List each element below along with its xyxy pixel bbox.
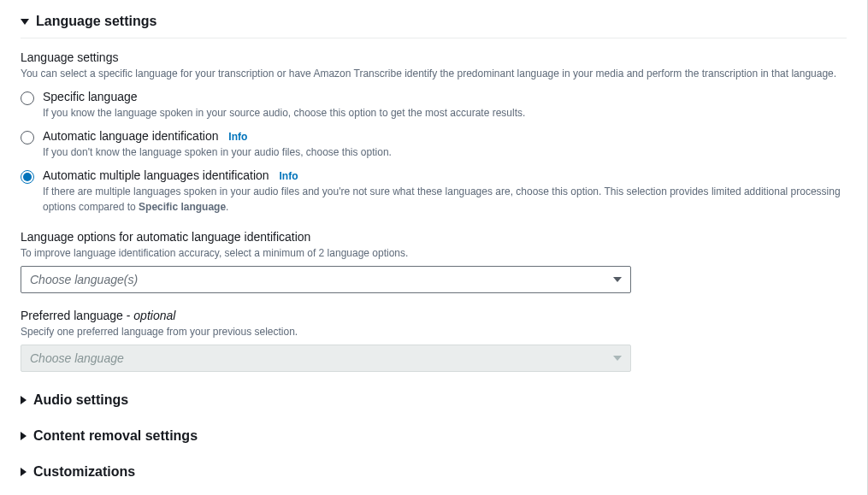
preferred-label-text: Preferred language - (21, 309, 133, 322)
language-options-select[interactable]: Choose language(s) (21, 266, 631, 293)
audio-settings-title: Audio settings (33, 392, 128, 408)
radio-icon (21, 170, 34, 184)
info-link[interactable]: Info (228, 131, 247, 143)
select-placeholder: Choose language (30, 351, 124, 365)
radio-content: Automatic language identification Info I… (43, 129, 847, 160)
radio-hint: If you don't know the language spoken in… (43, 144, 847, 160)
triangle-down-icon (21, 19, 29, 25)
preferred-language-field: Preferred language - optional Specify on… (21, 309, 847, 372)
language-options-label: Language options for automatic language … (21, 230, 847, 244)
language-settings-label: Language settings (21, 50, 847, 64)
content-removal-settings-expander[interactable]: Content removal settings (21, 423, 847, 449)
triangle-right-icon (21, 432, 27, 440)
language-mode-radio-group: Specific language If you know the langua… (21, 90, 847, 215)
radio-content: Automatic multiple languages identificat… (43, 168, 847, 215)
radio-auto-multiple-languages[interactable]: Automatic multiple languages identificat… (21, 168, 847, 215)
preferred-language-select: Choose language (21, 345, 631, 372)
radio-hint-bold: Specific language (139, 201, 226, 213)
triangle-right-icon (21, 468, 27, 476)
caret-down-icon (613, 277, 622, 282)
language-options-field: Language options for automatic language … (21, 230, 847, 293)
radio-label: Automatic multiple languages identificat… (43, 168, 269, 182)
language-options-hint: To improve language identification accur… (21, 245, 847, 261)
audio-settings-expander[interactable]: Audio settings (21, 387, 847, 413)
language-settings-title: Language settings (36, 14, 156, 29)
language-settings-hint: You can select a specific language for y… (21, 66, 847, 81)
preferred-language-label: Preferred language - optional (21, 309, 847, 322)
radio-hint: If there are multiple languages spoken i… (43, 184, 847, 215)
language-settings-expander[interactable]: Language settings (21, 10, 847, 38)
select-placeholder: Choose language(s) (30, 273, 138, 286)
preferred-language-hint: Specify one preferred language from your… (21, 324, 847, 339)
preferred-optional-text: optional (133, 309, 175, 322)
radio-icon (21, 131, 34, 144)
customizations-title: Customizations (33, 464, 135, 480)
caret-down-icon (613, 356, 622, 361)
info-link[interactable]: Info (280, 170, 298, 182)
radio-specific-language[interactable]: Specific language If you know the langua… (21, 90, 847, 121)
content-removal-title: Content removal settings (33, 428, 198, 444)
triangle-right-icon (21, 396, 27, 404)
radio-hint-suffix: . (226, 201, 228, 213)
language-settings-field: Language settings You can select a speci… (21, 50, 847, 215)
radio-label: Automatic language identification (43, 129, 218, 143)
customizations-expander[interactable]: Customizations (21, 459, 847, 485)
radio-hint: If you know the language spoken in your … (43, 105, 847, 121)
radio-auto-language[interactable]: Automatic language identification Info I… (21, 129, 847, 160)
radio-label: Specific language (43, 90, 847, 103)
radio-content: Specific language If you know the langua… (43, 90, 847, 121)
radio-icon (21, 91, 34, 105)
